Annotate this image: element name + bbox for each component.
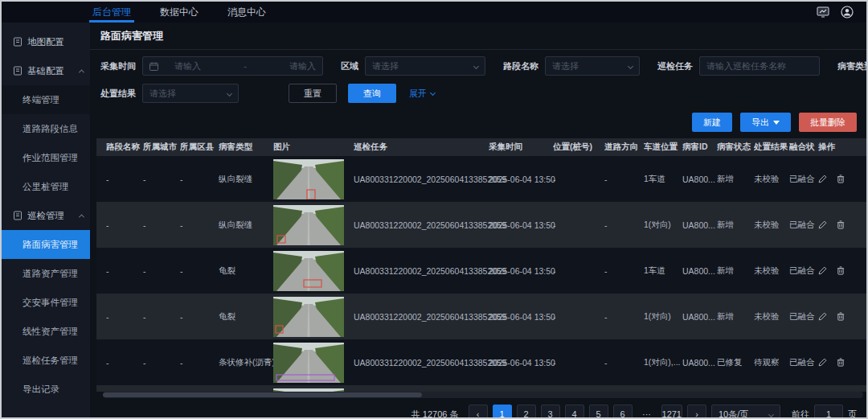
filter-label-task: 巡检任务: [657, 60, 693, 72]
sidebar: 地图配置基础配置终端管理道路路段信息作业范围管理公里桩管理巡检管理路面病害管理道…: [2, 23, 90, 417]
cell-disease-id: UA800...: [682, 266, 717, 276]
tab-message-center[interactable]: 消息中心: [213, 2, 280, 23]
edit-icon[interactable]: [818, 175, 827, 183]
road-photo-thumbnail: [273, 205, 344, 245]
cell-road-name: -: [106, 266, 143, 276]
new-button[interactable]: 新建: [692, 113, 732, 132]
export-button[interactable]: 导出: [740, 113, 791, 132]
sidebar-item[interactable]: 作业范围管理: [2, 143, 90, 172]
sidebar-item-label: 基础配置: [27, 65, 64, 77]
sidebar-item[interactable]: 基础配置: [2, 56, 90, 85]
cell-result: 未校验: [754, 220, 789, 231]
table-row[interactable]: - - - 纵向裂缝 UA800331220002_20250604133852…: [96, 156, 866, 202]
delete-icon[interactable]: [837, 175, 845, 183]
edit-icon[interactable]: [818, 312, 827, 321]
task-name-input[interactable]: [706, 61, 813, 71]
page-size-select[interactable]: 10条/页: [711, 405, 780, 419]
sidebar-item-label: 线性资产管理: [23, 326, 78, 338]
delete-icon[interactable]: [837, 358, 845, 367]
date-end-input[interactable]: [260, 61, 316, 71]
date-start-input[interactable]: [174, 61, 231, 71]
goto-label: 前往: [792, 409, 809, 419]
page-button[interactable]: 5: [589, 405, 608, 419]
table-row[interactable]: - - - 龟裂 UA800331220002_2025060413385205…: [96, 294, 866, 339]
filter-label-disease-type: 病害类型: [837, 60, 868, 72]
region-select[interactable]: 请选择: [365, 56, 485, 76]
edit-icon[interactable]: [818, 266, 827, 275]
delete-icon[interactable]: [837, 220, 845, 229]
page-button[interactable]: 3: [541, 405, 560, 419]
cell-road-name: -: [106, 358, 143, 368]
edit-icon[interactable]: [818, 220, 827, 229]
table-row[interactable]: [96, 385, 866, 392]
cell-image[interactable]: [273, 297, 354, 337]
screen-icon[interactable]: [817, 6, 829, 18]
cell-lane: 1(对向): [644, 311, 682, 322]
sidebar-item-label: 作业范围管理: [23, 152, 78, 164]
page-button[interactable]: 6: [613, 405, 633, 419]
sidebar-item[interactable]: 道路资产管理: [2, 259, 90, 288]
cell-stake: -: [553, 358, 604, 368]
goto-page-input[interactable]: [814, 405, 843, 419]
page-button[interactable]: 4: [565, 405, 584, 419]
cell-task: UA800331220002_20250604133852059: [354, 358, 489, 368]
scrollbar-thumb[interactable]: [103, 392, 422, 397]
cell-city: -: [143, 175, 180, 184]
tab-backend[interactable]: 后台管理: [78, 2, 145, 23]
user-avatar-icon[interactable]: [841, 6, 854, 18]
chevron-up-icon: [79, 69, 84, 75]
sidebar-item[interactable]: 巡检任务管理: [2, 346, 90, 375]
table-row[interactable]: - - - 条状修补(沥青) UA800331220002_2025060413…: [96, 339, 866, 385]
app-window: 后台管理 数据中心 消息中心 地图配置基础配置终端管理道路路段信息作业范围管理公…: [0, 0, 868, 419]
cell-image[interactable]: [273, 205, 354, 245]
sidebar-item[interactable]: 交安事件管理: [2, 288, 90, 317]
sidebar-item[interactable]: 公里桩管理: [2, 172, 90, 201]
next-page-button[interactable]: ›: [687, 405, 706, 419]
column-header: 融合状: [789, 142, 818, 153]
delete-icon[interactable]: [837, 266, 845, 275]
filter-panel: 采集时间 - 区域 请选择: [90, 50, 866, 111]
tab-data-center[interactable]: 数据中心: [145, 2, 213, 23]
reset-button[interactable]: 重置: [289, 84, 337, 103]
edit-icon[interactable]: [818, 358, 827, 367]
cell-result: 未校验: [754, 311, 789, 322]
page-button[interactable]: 1: [493, 405, 512, 419]
page-button[interactable]: 1271: [661, 405, 682, 419]
cell-disease-id: UA800...: [682, 312, 717, 322]
table-row[interactable]: - - - 纵向裂缝 UA800331220002_20250604133852…: [96, 202, 866, 248]
task-input-box[interactable]: [699, 56, 820, 76]
search-button[interactable]: 查询: [348, 84, 396, 103]
cell-image[interactable]: [273, 159, 354, 199]
batch-delete-button[interactable]: 批量删除: [799, 113, 857, 132]
page-button[interactable]: 2: [517, 405, 536, 419]
sidebar-item[interactable]: 线性资产管理: [2, 317, 90, 346]
sidebar-item[interactable]: 导出记录: [2, 375, 90, 404]
cell-image[interactable]: [273, 343, 354, 383]
sidebar-item[interactable]: 道路路段信息: [2, 114, 90, 143]
delete-icon[interactable]: [837, 312, 845, 321]
filter-label-region: 区域: [341, 60, 358, 72]
page-title-bar: 路面病害管理: [90, 23, 866, 50]
cell-disease-type: 龟裂: [219, 311, 273, 322]
cell-disease-type: 纵向裂缝: [219, 174, 273, 185]
road-name-select[interactable]: 请选择: [545, 56, 640, 76]
cell-city: -: [143, 220, 180, 230]
date-range-picker[interactable]: -: [142, 56, 323, 76]
horizontal-scrollbar[interactable]: [103, 392, 863, 398]
sidebar-item[interactable]: 巡检管理: [2, 201, 90, 230]
cell-disease-id: UA800...: [682, 175, 717, 184]
expand-link[interactable]: 展开: [409, 88, 435, 100]
table-row[interactable]: - - - 龟裂 UA800331220002_2025060413385205…: [96, 248, 866, 294]
more-pages-ellipsis[interactable]: ···: [637, 405, 657, 419]
data-table: 路段名称所属城市所属区县病害类型图片巡检任务采集时间位置(桩号)道路方向车道位置…: [96, 138, 866, 398]
export-label: 导出: [751, 117, 769, 129]
cell-status: 已修复: [717, 357, 754, 368]
cell-road-name: -: [106, 220, 143, 230]
sidebar-item[interactable]: 终端管理: [2, 85, 90, 114]
sidebar-item[interactable]: 路面病害管理: [2, 230, 90, 259]
result-select[interactable]: 请选择: [142, 84, 239, 103]
cell-image[interactable]: [273, 251, 354, 291]
cell-county: -: [180, 220, 219, 230]
prev-page-button[interactable]: ‹: [469, 405, 488, 419]
sidebar-item[interactable]: 地图配置: [2, 27, 90, 56]
